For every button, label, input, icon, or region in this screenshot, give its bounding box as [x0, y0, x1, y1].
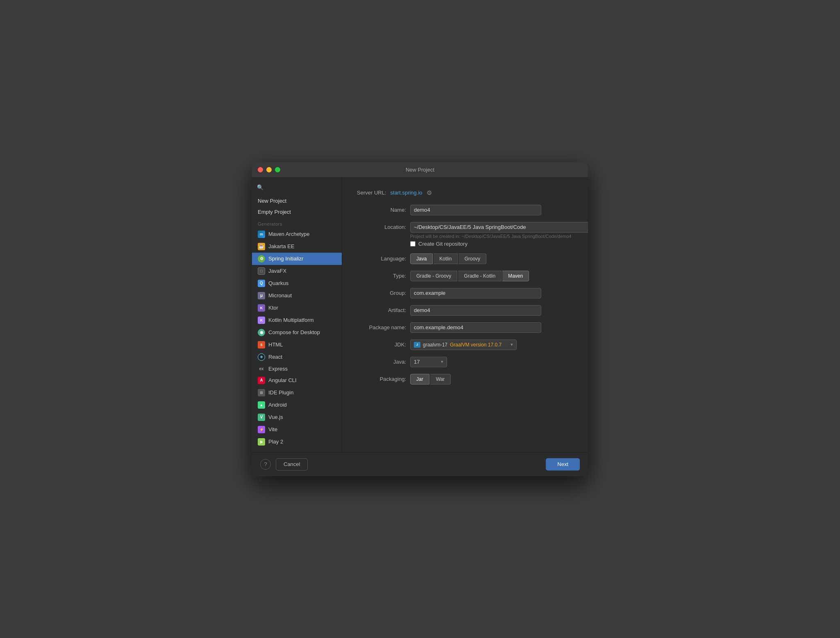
- vite-label: Vite: [268, 426, 277, 432]
- new-project-dialog: New Project 🔍 New Project Empty Project …: [252, 162, 588, 476]
- packaging-jar-button[interactable]: Jar: [410, 374, 429, 385]
- play-2-label: Play 2: [268, 439, 283, 445]
- window-controls: [258, 167, 280, 172]
- sidebar-item-html[interactable]: 5 HTML: [252, 339, 342, 351]
- group-input[interactable]: [410, 288, 541, 299]
- sidebar-item-ide-plugin[interactable]: ⊞ IDE Plugin: [252, 387, 342, 399]
- minimize-button[interactable]: [266, 167, 272, 172]
- maven-icon: m: [258, 231, 265, 238]
- android-icon: ▲: [258, 401, 265, 409]
- react-label: React: [268, 354, 282, 360]
- react-icon: ⚛: [258, 353, 265, 361]
- search-input[interactable]: [266, 184, 337, 190]
- maximize-button[interactable]: [275, 167, 280, 172]
- location-row: Location: 📁 Project will be created in: …: [357, 222, 573, 247]
- name-field-wrapper: [410, 205, 573, 215]
- kotlin-mp-icon: K: [258, 317, 265, 324]
- type-gradle-groovy-button[interactable]: Gradle - Groovy: [410, 271, 457, 281]
- main-panel: Server URL: start.spring.io ⚙ Name: Loca…: [342, 178, 588, 452]
- settings-gear-icon[interactable]: ⚙: [427, 189, 432, 197]
- cancel-button[interactable]: Cancel: [276, 458, 308, 471]
- sidebar-item-spring-initializr[interactable]: ⚙ Spring Initializr: [252, 253, 342, 265]
- maven-archetype-label: Maven Archetype: [268, 231, 309, 237]
- sidebar-item-react[interactable]: ⚛ React: [252, 351, 342, 363]
- jdk-row: JDK: J graalvm-17 GraalVM version 17.0.7…: [357, 339, 573, 350]
- location-hint: Project will be created in: ~/Desktop/CS…: [410, 234, 588, 239]
- server-url-link[interactable]: start.spring.io: [390, 190, 422, 196]
- footer-bar: ? Cancel Next: [252, 452, 588, 476]
- name-row: Name:: [357, 205, 573, 215]
- search-icon: 🔍: [257, 184, 263, 190]
- vue-icon: V: [258, 414, 265, 421]
- location-input-row: 📁: [410, 222, 588, 233]
- language-java-button[interactable]: Java: [410, 253, 433, 264]
- artifact-row: Artifact:: [357, 305, 573, 316]
- package-name-label: Package name:: [357, 322, 406, 330]
- sidebar-item-javafx[interactable]: □ JavaFX: [252, 265, 342, 277]
- sidebar-item-micronaut[interactable]: μ Micronaut: [252, 290, 342, 302]
- type-label: Type:: [357, 271, 406, 279]
- sidebar-item-jakarta-ee[interactable]: ☕ Jakarta EE: [252, 240, 342, 253]
- sidebar-item-angular-cli[interactable]: A Angular CLI: [252, 374, 342, 387]
- close-button[interactable]: [258, 167, 263, 172]
- jdk-version: GraalVM version 17.0.7: [450, 342, 502, 348]
- help-button[interactable]: ?: [260, 459, 271, 470]
- group-row: Group:: [357, 288, 573, 299]
- express-label: Express: [268, 366, 288, 372]
- type-maven-button[interactable]: Maven: [502, 271, 529, 281]
- sidebar-item-android[interactable]: ▲ Android: [252, 399, 342, 411]
- ide-plugin-icon: ⊞: [258, 389, 265, 396]
- vue-label: Vue.js: [268, 414, 283, 420]
- kotlin-mp-label: Kotlin Multiplatform: [268, 317, 314, 323]
- java-value: 17: [414, 359, 420, 365]
- location-input[interactable]: [410, 222, 588, 233]
- create-git-checkbox[interactable]: [410, 241, 415, 247]
- sidebar-item-ktor[interactable]: K Ktor: [252, 302, 342, 314]
- language-groovy-button[interactable]: Groovy: [459, 253, 486, 264]
- sidebar-item-compose-desktop[interactable]: ◉ Compose for Desktop: [252, 326, 342, 339]
- artifact-input[interactable]: [410, 305, 541, 316]
- sidebar-item-empty-project[interactable]: Empty Project: [252, 206, 342, 217]
- sidebar-item-play-2[interactable]: ▶ Play 2: [252, 436, 342, 448]
- sidebar: 🔍 New Project Empty Project Generators m…: [252, 178, 342, 452]
- java-chevron-icon: ▾: [441, 359, 443, 364]
- quarkus-label: Quarkus: [268, 280, 288, 286]
- sidebar-item-vite[interactable]: ⚡ Vite: [252, 423, 342, 436]
- jdk-name: graalvm-17: [423, 342, 447, 348]
- create-git-label: Create Git repository: [418, 241, 468, 247]
- packaging-war-button[interactable]: War: [430, 374, 451, 385]
- ktor-label: Ktor: [268, 305, 278, 311]
- packaging-button-group: Jar War: [410, 374, 451, 385]
- javafx-label: JavaFX: [268, 268, 286, 274]
- titlebar: New Project: [252, 162, 588, 178]
- language-button-group: Java Kotlin Groovy: [410, 253, 486, 264]
- java-row: Java: 17 ▾: [357, 357, 573, 367]
- play-icon: ▶: [258, 438, 265, 446]
- micronaut-icon: μ: [258, 292, 265, 299]
- java-version-dropdown[interactable]: 17 ▾: [410, 357, 447, 367]
- vite-icon: ⚡: [258, 426, 265, 433]
- sidebar-item-new-project[interactable]: New Project: [252, 195, 342, 206]
- html-icon: 5: [258, 341, 265, 348]
- artifact-field-wrapper: [410, 305, 573, 316]
- sidebar-item-quarkus[interactable]: Q Quarkus: [252, 277, 342, 290]
- group-field-wrapper: [410, 288, 573, 299]
- jakarta-ee-label: Jakarta EE: [268, 243, 295, 249]
- sidebar-item-kotlin-multiplatform[interactable]: K Kotlin Multiplatform: [252, 314, 342, 326]
- empty-project-label: Empty Project: [258, 209, 291, 215]
- language-kotlin-button[interactable]: Kotlin: [434, 253, 458, 264]
- sidebar-item-express[interactable]: ex Express: [252, 363, 342, 374]
- name-input[interactable]: [410, 205, 541, 215]
- next-button[interactable]: Next: [546, 458, 580, 471]
- sidebar-item-vue-js[interactable]: V Vue.js: [252, 411, 342, 423]
- search-bar[interactable]: 🔍: [252, 182, 342, 193]
- language-row: Language: Java Kotlin Groovy: [357, 253, 573, 264]
- jdk-dropdown[interactable]: J graalvm-17 GraalVM version 17.0.7 ▾: [410, 339, 517, 350]
- java-label: Java:: [357, 357, 406, 365]
- android-label: Android: [268, 402, 287, 408]
- package-name-input[interactable]: [410, 322, 541, 333]
- type-button-group: Gradle - Groovy Gradle - Kotlin Maven: [410, 271, 529, 281]
- sidebar-item-maven-archetype[interactable]: m Maven Archetype: [252, 228, 342, 240]
- type-gradle-kotlin-button[interactable]: Gradle - Kotlin: [458, 271, 502, 281]
- footer-left: ? Cancel: [260, 458, 308, 471]
